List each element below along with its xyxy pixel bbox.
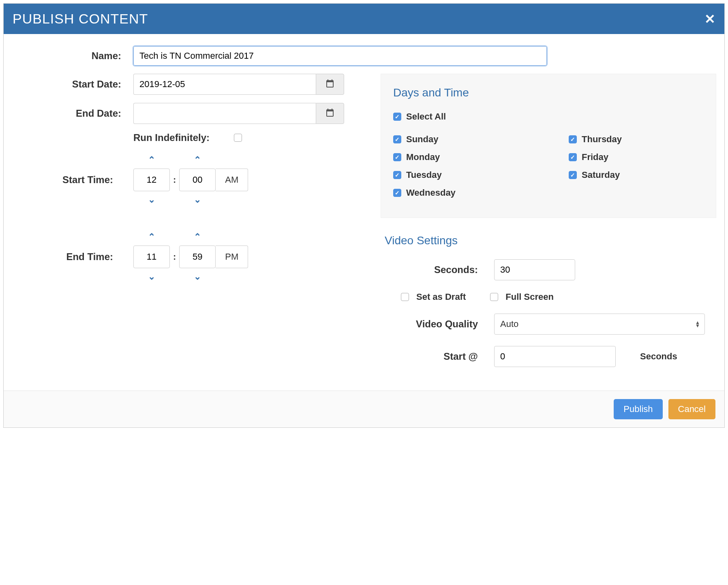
start-date-label: Start Date:: [12, 79, 133, 90]
end-time-block: End Time: ⌃ ⌄ : ⌃ ⌄: [12, 228, 368, 285]
chevron-up-icon[interactable]: ⌃: [186, 228, 209, 246]
select-all-option: Select All: [393, 111, 704, 122]
start-time-minute-input[interactable]: [179, 169, 216, 191]
right-column: Days and Time Select All Sunday: [381, 74, 716, 378]
chevron-down-icon[interactable]: ⌄: [140, 191, 163, 208]
day-option-sunday: Sunday: [393, 134, 528, 145]
day-label: Saturday: [582, 170, 620, 180]
run-indefinitely-checkbox[interactable]: [234, 134, 242, 142]
day-option-monday: Monday: [393, 152, 528, 162]
time-colon: :: [170, 175, 179, 185]
calendar-icon: [325, 79, 335, 90]
video-settings-panel: Video Settings Seconds: Set as Draft: [381, 234, 716, 367]
day-label: Friday: [582, 152, 608, 162]
start-at-suffix: Seconds: [640, 351, 677, 362]
time-colon: :: [170, 252, 179, 262]
day-option-thursday: Thursday: [569, 134, 704, 145]
end-time-minute-input[interactable]: [179, 246, 216, 268]
end-date-picker-button[interactable]: [316, 103, 344, 124]
modal-body: Name: Start Date:: [4, 34, 724, 391]
chevron-up-icon[interactable]: ⌃: [186, 152, 209, 169]
name-label: Name:: [12, 50, 133, 62]
calendar-icon: [325, 108, 335, 120]
day-label: Wednesday: [406, 188, 456, 198]
day-option-tuesday: Tuesday: [393, 170, 528, 180]
name-input[interactable]: [133, 46, 547, 66]
select-all-label: Select All: [406, 111, 446, 122]
select-all-checkbox[interactable]: [393, 113, 401, 121]
start-at-input[interactable]: [494, 346, 616, 367]
full-screen-checkbox[interactable]: [490, 293, 498, 301]
end-time-ampm-toggle[interactable]: PM: [216, 246, 248, 268]
end-date-input[interactable]: [133, 103, 316, 124]
start-time-block: Start Time: ⌃ ⌄ : ⌃ ⌄: [12, 152, 368, 208]
monday-checkbox[interactable]: [393, 153, 401, 161]
saturday-checkbox[interactable]: [569, 171, 577, 179]
day-option-friday: Friday: [569, 152, 704, 162]
day-label: Sunday: [406, 134, 438, 145]
set-as-draft-label: Set as Draft: [416, 292, 466, 302]
wednesday-checkbox[interactable]: [393, 189, 401, 197]
video-settings-title: Video Settings: [385, 234, 716, 247]
modal-footer: Publish Cancel: [4, 391, 724, 427]
run-indefinitely-label: Run Indefinitely:: [133, 132, 210, 143]
start-date-row: Start Date:: [12, 74, 368, 95]
start-at-label: Start @: [385, 351, 494, 362]
name-row: Name:: [12, 46, 716, 66]
end-date-label: End Date:: [12, 108, 133, 119]
full-screen-label: Full Screen: [505, 292, 554, 302]
modal-header: PUBLISH CONTENT ✕: [4, 4, 724, 34]
end-time-hour-input[interactable]: [133, 246, 170, 268]
day-label: Monday: [406, 152, 440, 162]
start-date-picker-button[interactable]: [316, 74, 344, 95]
publish-content-modal: PUBLISH CONTENT ✕ Name: Start Date:: [3, 3, 725, 428]
seconds-label: Seconds:: [385, 264, 494, 275]
days-time-panel: Days and Time Select All Sunday: [381, 74, 716, 218]
cancel-button[interactable]: Cancel: [668, 399, 715, 419]
seconds-input[interactable]: [494, 259, 575, 280]
day-option-saturday: Saturday: [569, 170, 704, 180]
start-time-label: Start Time:: [12, 174, 133, 186]
chevron-down-icon[interactable]: ⌄: [186, 191, 209, 208]
friday-checkbox[interactable]: [569, 153, 577, 161]
day-label: Thursday: [582, 134, 622, 145]
run-indefinitely-row: Run Indefinitely:: [12, 132, 368, 143]
tuesday-checkbox[interactable]: [393, 171, 401, 179]
schedule-left-column: Start Date: End Date:: [12, 74, 368, 305]
days-time-title: Days and Time: [393, 86, 704, 99]
start-date-input[interactable]: [133, 74, 316, 95]
sunday-checkbox[interactable]: [393, 135, 401, 143]
chevron-down-icon[interactable]: ⌄: [186, 268, 209, 285]
end-date-row: End Date:: [12, 103, 368, 124]
chevron-down-icon[interactable]: ⌄: [140, 268, 163, 285]
set-as-draft-checkbox[interactable]: [401, 293, 409, 301]
end-time-label: End Time:: [12, 251, 133, 263]
close-icon[interactable]: ✕: [704, 13, 715, 26]
video-quality-select[interactable]: Auto: [494, 314, 705, 335]
start-time-ampm-toggle[interactable]: AM: [216, 169, 248, 191]
modal-title: PUBLISH CONTENT: [13, 11, 148, 27]
publish-button[interactable]: Publish: [614, 399, 662, 419]
start-time-hour-input[interactable]: [133, 169, 170, 191]
day-option-wednesday: Wednesday: [393, 188, 528, 198]
video-quality-label: Video Quality: [385, 318, 494, 330]
chevron-up-icon[interactable]: ⌃: [140, 152, 163, 169]
day-label: Tuesday: [406, 170, 442, 180]
thursday-checkbox[interactable]: [569, 135, 577, 143]
chevron-up-icon[interactable]: ⌃: [140, 228, 163, 246]
